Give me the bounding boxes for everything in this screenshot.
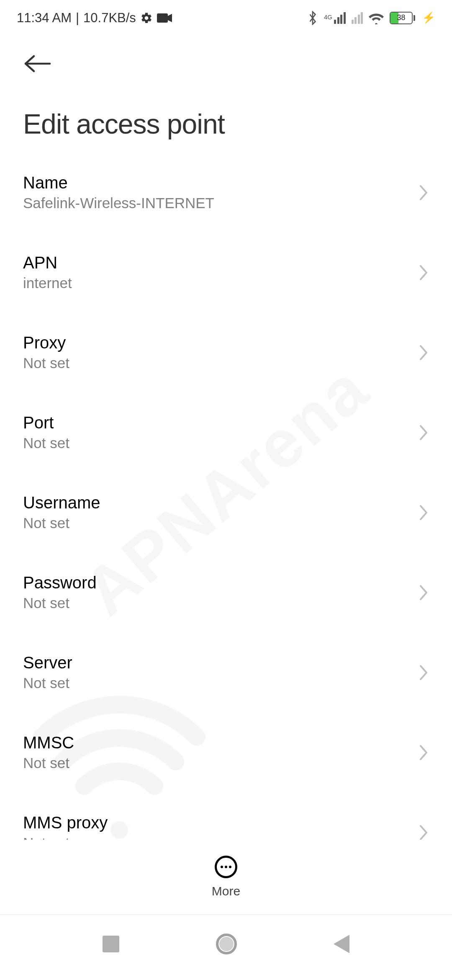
status-bar: 11:34 AM | 10.7KB/s 4G [0,0,452,36]
more-label: More [212,884,240,898]
setting-label: Server [23,653,72,672]
chevron-right-icon [418,343,429,362]
bluetooth-icon [307,11,318,25]
back-button[interactable] [23,54,52,73]
setting-value: Not set [23,515,100,531]
nav-back-button[interactable] [334,935,349,953]
setting-value: Not set [23,435,69,451]
setting-apn[interactable]: APN internet [23,232,429,312]
signal-2 [352,12,363,24]
battery-percent: 38 [390,13,412,23]
setting-label: Port [23,413,69,432]
setting-proxy[interactable]: Proxy Not set [23,312,429,392]
setting-port[interactable]: Port Not set [23,392,429,472]
network-type-label: 4G [324,13,332,21]
gear-icon [140,12,153,24]
setting-name[interactable]: Name Safelink-Wireless-INTERNET [23,152,429,232]
chevron-right-icon [418,183,429,202]
charging-icon: ⚡ [422,11,435,24]
status-left: 11:34 AM | 10.7KB/s [17,10,172,26]
setting-username[interactable]: Username Not set [23,472,429,552]
chevron-right-icon [418,583,429,602]
status-time: 11:34 AM [17,10,72,26]
more-icon [215,856,237,878]
svg-rect-0 [157,13,168,23]
nav-home-button[interactable] [216,934,237,954]
setting-password[interactable]: Password Not set [23,552,429,632]
chevron-right-icon [418,263,429,282]
setting-value: Safelink-Wireless-INTERNET [23,195,214,211]
setting-value: Not set [23,595,97,611]
setting-value: internet [23,275,72,291]
chevron-right-icon [418,503,429,522]
wifi-icon [369,12,384,24]
setting-label: Password [23,573,97,592]
status-speed: 10.7KB/s [83,10,136,26]
chevron-right-icon [418,423,429,442]
setting-mmsc[interactable]: MMSC Not set [23,712,429,792]
chevron-right-icon [418,823,429,842]
setting-value: Not set [23,675,72,691]
signal-1: 4G [324,12,346,24]
chevron-right-icon [418,743,429,762]
setting-label: APN [23,253,72,272]
status-separator: | [76,10,79,26]
settings-list: Name Safelink-Wireless-INTERNET APN inte… [0,152,452,872]
action-bar: More [0,840,452,915]
setting-label: Name [23,173,214,192]
camera-icon [157,13,172,23]
status-right: 4G 38 ⚡ [307,11,435,25]
setting-label: Username [23,493,100,512]
setting-server[interactable]: Server Not set [23,632,429,712]
navigation-bar [0,915,452,980]
setting-label: MMSC [23,733,74,752]
battery-indicator: 38 [390,12,415,24]
setting-label: MMS proxy [23,813,108,832]
nav-recents-button[interactable] [103,936,119,952]
setting-value: Not set [23,355,69,371]
setting-value: Not set [23,755,74,771]
page-title: Edit access point [0,75,452,152]
chevron-right-icon [418,663,429,682]
setting-label: Proxy [23,333,69,352]
more-button[interactable]: More [212,856,240,898]
